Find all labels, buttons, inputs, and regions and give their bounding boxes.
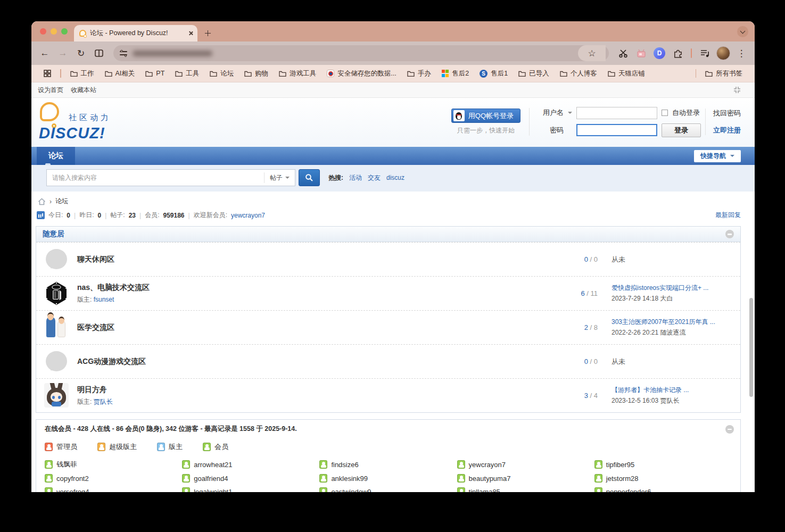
forum-counts: 6 / 11 xyxy=(556,289,612,297)
bookmark-folder-pt[interactable]: PT xyxy=(141,68,169,79)
register-link[interactable]: 立即注册 xyxy=(713,126,741,135)
search-input[interactable] xyxy=(47,174,264,181)
forum-avatar[interactable] xyxy=(44,247,69,272)
hot-link-friends[interactable]: 交友 xyxy=(368,173,381,182)
bookmark-folder-tmall[interactable]: 天猫店铺 xyxy=(603,67,650,80)
site-settings-icon[interactable] xyxy=(120,50,127,56)
media-queue-button[interactable] xyxy=(697,45,713,61)
bookmark-folder-forum[interactable]: 论坛 xyxy=(205,67,238,80)
search-button[interactable] xyxy=(299,169,320,186)
tv-extension-button[interactable] xyxy=(633,45,649,61)
nav-tab-forum[interactable]: 论坛 xyxy=(37,147,75,165)
back-button[interactable]: ← xyxy=(37,45,53,61)
bookmark-folder-imported[interactable]: 已导入 xyxy=(514,67,554,80)
address-bar[interactable]: ☆ xyxy=(113,45,609,61)
last-post-title[interactable]: 303主治医师2007年至2021历年真 ... xyxy=(612,318,733,327)
latest-reply-link[interactable]: 最新回复 xyxy=(715,211,741,220)
new-tab-button[interactable] xyxy=(201,26,214,40)
browser-tab[interactable]: 论坛 - Powered by Discuz! xyxy=(74,25,197,41)
forum-avatar[interactable] xyxy=(44,349,69,374)
list-item[interactable]: tinllama85 xyxy=(457,487,594,492)
close-window-button[interactable] xyxy=(40,28,46,35)
moderator-link[interactable]: fsunset xyxy=(94,296,114,303)
speech-bubble-icon xyxy=(46,249,67,269)
browser-menu-button[interactable]: ⋮ xyxy=(733,45,749,61)
quick-nav-button[interactable]: 快捷导航 xyxy=(694,150,741,162)
d-extension-button[interactable]: D xyxy=(651,45,667,61)
list-item[interactable]: yewcrayon7 xyxy=(457,460,594,469)
list-item[interactable]: copyfront2 xyxy=(45,474,182,483)
last-post-title[interactable]: 【游邦者】卡池抽卡记录 ... xyxy=(612,386,733,395)
list-item[interactable]: beautypuma7 xyxy=(457,474,594,483)
username-caret-icon[interactable] xyxy=(568,112,572,116)
scissors-extension-button[interactable] xyxy=(615,45,631,61)
tab-search-button[interactable] xyxy=(737,26,748,37)
list-item[interactable]: tipfiber95 xyxy=(594,460,732,469)
extensions-button[interactable] xyxy=(670,45,685,61)
hot-link-discuz[interactable]: discuz xyxy=(386,174,404,181)
forum-avatar[interactable] xyxy=(44,383,69,408)
zoom-window-button[interactable] xyxy=(61,28,68,35)
sidebar-button[interactable] xyxy=(91,45,107,61)
forum-avatar[interactable] xyxy=(44,281,69,306)
list-item[interactable]: arrowheat21 xyxy=(182,460,319,469)
forum-link[interactable]: 聊天休闲区 xyxy=(77,255,114,264)
apps-grid-button[interactable] xyxy=(39,68,56,79)
list-item[interactable]: 钱飘菲 xyxy=(45,460,182,469)
bookmark-folder-blog[interactable]: 个人博客 xyxy=(555,67,602,80)
list-item[interactable]: eastwindow9 xyxy=(319,487,457,492)
bookmark-star-area[interactable]: ☆ xyxy=(578,45,606,61)
favorite-site-link[interactable]: 收藏本站 xyxy=(71,86,96,95)
moderator-link[interactable]: 贾队长 xyxy=(94,398,113,405)
breadcrumb-current[interactable]: 论坛 xyxy=(55,197,68,206)
bookmark-folder-shopping[interactable]: 购物 xyxy=(239,67,273,80)
bookmark-label: 天猫店铺 xyxy=(618,69,645,78)
password-field[interactable] xyxy=(576,124,657,136)
bookmark-aftersales1[interactable]: S 售后1 xyxy=(475,67,513,80)
collapse-category-button[interactable] xyxy=(725,230,734,238)
forum-row-medical: 医学交流区 2 / 8 303主治医师2007年至2021历年真 ... 202… xyxy=(36,310,740,344)
forward-button[interactable]: → xyxy=(55,45,71,61)
search-type-select[interactable]: 帖子 xyxy=(264,172,295,183)
category-title[interactable]: 随意居 xyxy=(43,229,64,239)
bookmark-secure-storage[interactable]: 安全储存您的数据... xyxy=(322,67,401,80)
qq-login-button[interactable]: 用QQ帐号登录 xyxy=(451,109,520,123)
forum-avatar[interactable] xyxy=(44,315,69,340)
folder-icon xyxy=(244,70,252,77)
profile-button[interactable] xyxy=(715,45,731,61)
collapse-online-button[interactable] xyxy=(725,425,734,434)
bookmark-aftersales2[interactable]: 售后2 xyxy=(437,67,474,80)
bookmark-folder-ai[interactable]: AI相关 xyxy=(100,67,140,80)
page-scrollbar[interactable] xyxy=(749,298,753,397)
list-item[interactable]: legalweight1 xyxy=(182,487,319,492)
narrow-mode-button[interactable] xyxy=(733,86,741,94)
list-item[interactable]: versefrog4 xyxy=(45,487,182,492)
bookmark-folder-work[interactable]: 工作 xyxy=(65,67,99,80)
list-item[interactable]: findsize6 xyxy=(319,460,457,469)
home-icon[interactable] xyxy=(38,198,46,205)
list-item[interactable]: goalfriend4 xyxy=(182,474,319,483)
auto-login-checkbox[interactable] xyxy=(662,110,668,116)
reload-button[interactable]: ↻ xyxy=(73,45,89,61)
bookmark-folder-figures[interactable]: 手办 xyxy=(402,67,436,80)
list-item[interactable]: pepperfender6 xyxy=(594,487,732,492)
hot-link-activity[interactable]: 活动 xyxy=(349,173,362,182)
username-field[interactable] xyxy=(576,107,657,119)
bookmark-folder-tools[interactable]: 工具 xyxy=(170,67,204,80)
forum-link[interactable]: ACG动漫游戏交流区 xyxy=(77,357,146,367)
newest-member-link[interactable]: yewcrayon7 xyxy=(231,212,265,219)
list-item[interactable]: jetstorm28 xyxy=(594,474,732,483)
discuz-logo[interactable]: 社区动力 DISCUZ! xyxy=(37,102,159,142)
forum-link[interactable]: 医学交流区 xyxy=(77,323,114,332)
login-button[interactable]: 登录 xyxy=(662,123,701,137)
tab-close-icon[interactable] xyxy=(188,31,193,36)
forum-link[interactable]: 明日方舟 xyxy=(77,385,107,395)
set-homepage-link[interactable]: 设为首页 xyxy=(38,86,63,95)
bookmark-folder-game-tools[interactable]: 游戏工具 xyxy=(274,67,321,80)
forum-link[interactable]: nas、电脑技术交流区 xyxy=(77,283,150,293)
minimize-window-button[interactable] xyxy=(51,28,57,35)
list-item[interactable]: anklesink99 xyxy=(319,474,457,483)
last-post-title[interactable]: 爱快虚拟istoreos实现端口分流+ ... xyxy=(612,284,733,293)
find-password-link[interactable]: 找回密码 xyxy=(713,109,741,118)
bookmark-folder-all[interactable]: 所有书签 xyxy=(700,67,747,80)
